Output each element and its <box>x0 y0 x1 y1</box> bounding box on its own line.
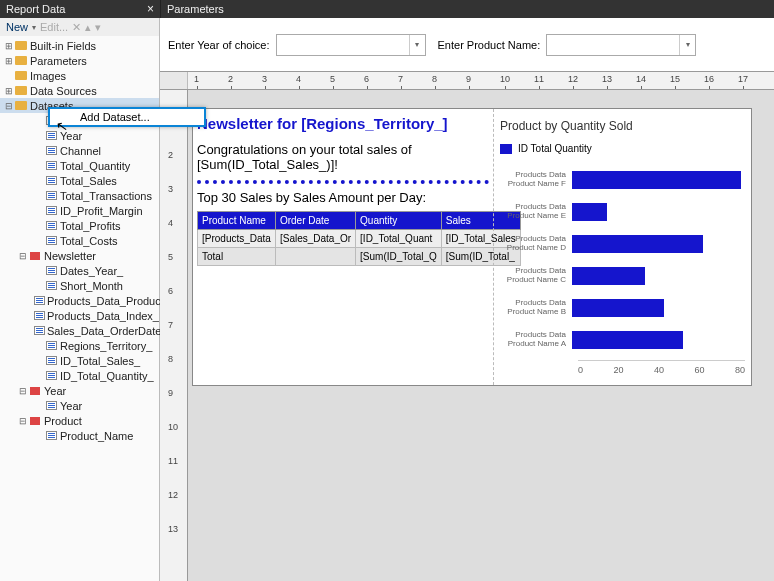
tree-newsletter[interactable]: ⊟Newsletter <box>0 248 159 263</box>
report-title[interactable]: Newsletter for [Regions_Territory_] <box>197 115 489 132</box>
table-total-row[interactable]: Total [Sum(ID_Total_Q [Sum(ID_Total_ <box>198 248 521 266</box>
legend-swatch <box>500 144 512 154</box>
divider <box>197 180 489 184</box>
col-product[interactable]: Product Name <box>198 212 276 230</box>
subheading[interactable]: Top 30 Sales by Sales Amount per Day: <box>197 190 489 205</box>
horizontal-ruler: 1234567891011121314151617 <box>160 72 774 90</box>
bar-row: Products Data Product Name D <box>500 232 745 256</box>
tree-field[interactable]: Total_Quantity <box>0 158 159 173</box>
parameters-header: Parameters <box>160 0 774 18</box>
chevron-down-icon[interactable]: ▾ <box>409 35 425 55</box>
chart-x-axis: 020406080 <box>578 360 745 375</box>
tree-field[interactable]: Dates_Year_ <box>0 263 159 278</box>
tree-field[interactable]: Products_Data_Index_ <box>0 308 159 323</box>
tree-field[interactable]: Year <box>0 128 159 143</box>
tree-field[interactable]: Products_Data_Product <box>0 293 159 308</box>
col-orderdate[interactable]: Order Date <box>275 212 355 230</box>
vertical-ruler: 12345678910111213 <box>160 90 188 581</box>
chart-legend: ID Total Quantity <box>500 143 745 154</box>
down-icon[interactable]: ▾ <box>95 21 101 34</box>
report-data-tree: ⊞Built-in Fields ⊞Parameters Images ⊞Dat… <box>0 36 159 445</box>
new-button[interactable]: New <box>6 21 28 33</box>
tree-field[interactable]: Total_Transactions <box>0 188 159 203</box>
tree-parameters[interactable]: ⊞Parameters <box>0 53 159 68</box>
tree-field[interactable]: Product_Name <box>0 428 159 443</box>
report-data-header: Report Data × <box>0 0 160 18</box>
bar-row: Products Data Product Name E <box>500 200 745 224</box>
close-icon[interactable]: × <box>147 2 154 16</box>
param-year-label: Enter Year of choice: <box>168 39 270 51</box>
col-quantity[interactable]: Quantity <box>356 212 442 230</box>
tree-builtin[interactable]: ⊞Built-in Fields <box>0 38 159 53</box>
tree-images[interactable]: Images <box>0 68 159 83</box>
chart-title: Product by Quantity Sold <box>500 119 745 133</box>
sidebar-toolbar: New ▾ Edit... ✕ ▴ ▾ <box>0 18 159 36</box>
tree-field[interactable]: Sales_Data_OrderDate_ <box>0 323 159 338</box>
table-row[interactable]: [Products_Data [Sales_Data_Or [ID_Total_… <box>198 230 521 248</box>
context-menu-add-dataset[interactable]: Add Dataset... <box>48 107 206 127</box>
congrats-text[interactable]: Congratulations on your total sales of [… <box>197 142 489 172</box>
up-icon[interactable]: ▴ <box>85 21 91 34</box>
tree-field[interactable]: Short_Month <box>0 278 159 293</box>
param-product-select[interactable]: ▾ <box>546 34 696 56</box>
tree-field[interactable]: Total_Profits <box>0 218 159 233</box>
tree-datasources[interactable]: ⊞Data Sources <box>0 83 159 98</box>
parameters-title: Parameters <box>167 3 224 15</box>
chart-region[interactable]: Product by Quantity Sold ID Total Quanti… <box>493 109 751 385</box>
bar-row: Products Data Product Name C <box>500 264 745 288</box>
tree-field[interactable]: Total_Costs <box>0 233 159 248</box>
bar-row: Products Data Product Name F <box>500 168 745 192</box>
report-body[interactable]: Newsletter for [Regions_Territory_] Cong… <box>192 108 752 386</box>
tree-field[interactable]: Regions_Territory_ <box>0 338 159 353</box>
tree-year[interactable]: ⊟Year <box>0 383 159 398</box>
tree-field[interactable]: ID_Profit_Margin <box>0 203 159 218</box>
tree-field[interactable]: Total_Sales <box>0 173 159 188</box>
parameters-panel: Enter Year of choice: ▾ Enter Product Na… <box>160 18 774 72</box>
edit-button[interactable]: Edit... <box>40 21 68 33</box>
param-product-label: Enter Product Name: <box>438 39 541 51</box>
tree-field[interactable]: Year <box>0 398 159 413</box>
param-year-select[interactable]: ▾ <box>276 34 426 56</box>
delete-icon[interactable]: ✕ <box>72 21 81 34</box>
report-data-title: Report Data <box>6 3 65 15</box>
tree-field[interactable]: ID_Total_Sales_ <box>0 353 159 368</box>
tree-field[interactable]: ID_Total_Quantity_ <box>0 368 159 383</box>
bar-row: Products Data Product Name A <box>500 328 745 352</box>
chevron-down-icon[interactable]: ▾ <box>32 23 36 32</box>
report-data-panel: New ▾ Edit... ✕ ▴ ▾ ⊞Built-in Fields ⊞Pa… <box>0 18 160 581</box>
tree-field[interactable]: Channel <box>0 143 159 158</box>
chevron-down-icon[interactable]: ▾ <box>679 35 695 55</box>
bar-row: Products Data Product Name B <box>500 296 745 320</box>
sales-table[interactable]: Product Name Order Date Quantity Sales [… <box>197 211 521 266</box>
tree-product[interactable]: ⊟Product <box>0 413 159 428</box>
chart-bars: Products Data Product Name FProducts Dat… <box>500 168 745 352</box>
design-canvas[interactable]: Newsletter for [Regions_Territory_] Cong… <box>188 90 774 581</box>
